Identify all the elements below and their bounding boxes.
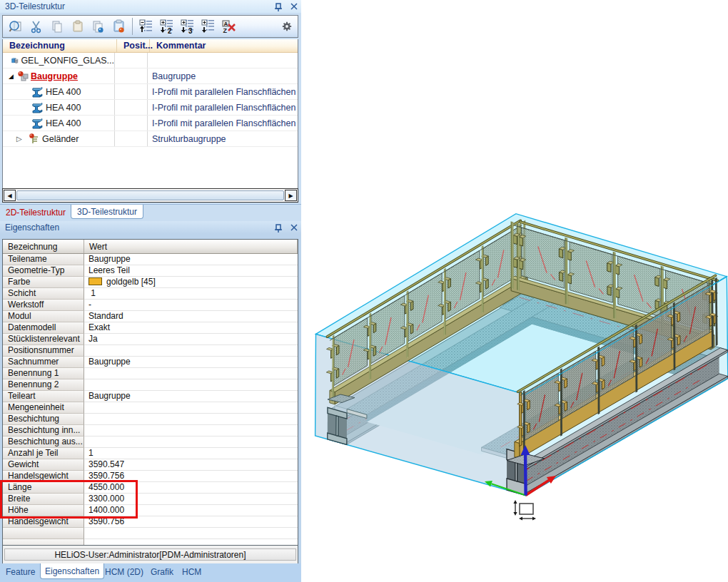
svg-text:A: A <box>224 21 228 27</box>
svg-text:Z: Z <box>223 27 228 34</box>
svg-text:2: 2 <box>168 27 172 34</box>
svg-text:3: 3 <box>188 27 193 34</box>
